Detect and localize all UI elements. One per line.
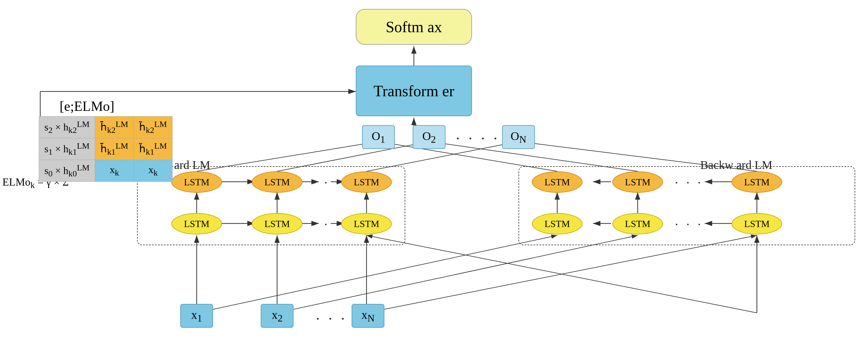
table-row: s2 × hk2LM h̄k2LM h̃k2LM [39, 117, 173, 138]
x-node-2: x2 [261, 304, 293, 328]
softmax-label: Softm ax [385, 18, 442, 36]
svg-line-28 [367, 235, 757, 313]
bwd-top-lstm-2: LSTM [612, 171, 663, 193]
fwd-bot-dots: · · · [313, 217, 341, 232]
diagram: Softm ax Transform er O1 O2 · · · · · · … [0, 0, 868, 348]
fwd-top-lstm-3: LSTM [341, 171, 392, 193]
bwd-bot-lstm-3: LSTM [732, 213, 782, 234]
cell-h-bar-k1: h̄k1LM [95, 138, 134, 160]
transformer-label: Transform er [373, 82, 454, 100]
fwd-top-lstm-2: LSTM [252, 171, 303, 193]
cell-xk-2: xk [134, 160, 173, 182]
cell-h-tilde-k2: h̃k2LM [134, 117, 173, 138]
softmax-box: Softm ax [356, 9, 472, 45]
x-node-n: xN [351, 304, 384, 328]
fwd-top-dots: · · · [313, 175, 341, 190]
fwd-bot-lstm-1: LSTM [171, 213, 222, 234]
bwd-top-lstm-3: LSTM [732, 171, 782, 193]
row-label-1: s1 × hk1LM [39, 138, 95, 160]
e-elmo-label: [e;ELMo] [60, 98, 115, 114]
fwd-top-lstm-1: LSTM [171, 171, 222, 193]
o-node-n: ON [502, 125, 535, 149]
row-label-2: s2 × hk2LM [39, 117, 95, 138]
svg-line-23 [197, 235, 557, 313]
bwd-bot-lstm-1: LSTM [532, 213, 583, 234]
svg-line-29 [367, 235, 757, 313]
table-row: s1 × hk1LM h̄k1LM h̃k1LM [39, 138, 173, 160]
x-node-1: x1 [180, 304, 213, 328]
elmo-table: s2 × hk2LM h̄k2LM h̃k2LM s1 × hk1LM h̄k1… [39, 116, 173, 182]
o-node-1: O1 [362, 125, 395, 149]
o-node-2: O2 [413, 125, 445, 149]
cell-xk-1: xk [95, 160, 134, 182]
bwd-top-lstm-1: LSTM [532, 171, 583, 193]
fwd-bot-lstm-3: LSTM [341, 213, 392, 234]
cell-h-bar-k2: h̄k2LM [95, 117, 134, 138]
transformer-box: Transform er [356, 66, 472, 116]
fwd-bot-lstm-2: LSTM [252, 213, 303, 234]
cell-h-tilde-k1: h̃k1LM [134, 138, 173, 160]
bwd-bot-lstm-2: LSTM [612, 213, 663, 234]
bwd-bot-dots: · · · [675, 217, 703, 232]
svg-line-25 [277, 235, 638, 313]
bwd-top-dots: · · · [675, 175, 703, 190]
table-row: s0 × hk0LM xk xk [39, 160, 173, 182]
row-label-0: s0 × hk0LM [39, 160, 95, 182]
